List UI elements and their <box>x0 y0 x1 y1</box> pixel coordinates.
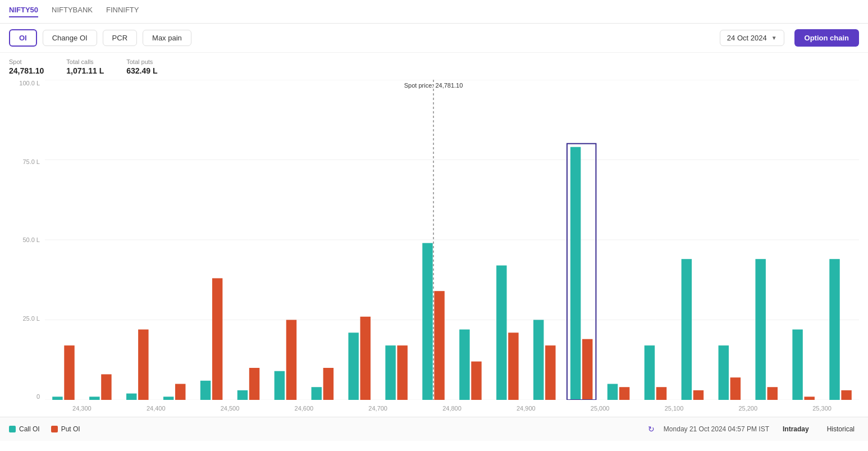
option-chain-button[interactable]: Option chain <box>794 29 859 47</box>
chart-area: 100.0 L 75.0 L 50.0 L 25.0 L 0 24,30024,… <box>0 80 868 417</box>
top-nav: NIFTY50 NIFTYBANK FINNIFTY <box>0 0 868 24</box>
x-label: 24,800 <box>442 405 462 412</box>
put-oi-dot <box>51 426 58 432</box>
bar-chart <box>45 80 859 400</box>
legend-put-oi: Put OI <box>51 425 80 433</box>
total-calls-label: Total calls <box>66 58 104 65</box>
footer: Call OI Put OI ↻ Monday 21 Oct 2024 04:5… <box>0 417 868 441</box>
x-label: 24,700 <box>368 405 387 412</box>
y-label-50: 50.0 L <box>9 236 40 243</box>
total-puts-label: Total puts <box>126 58 157 65</box>
footer-right: ↻ Monday 21 Oct 2024 04:57 PM IST Intrad… <box>648 423 859 435</box>
total-puts-value: 632.49 L <box>126 66 157 75</box>
x-label: 24,500 <box>221 405 240 412</box>
chevron-down-icon: ▼ <box>771 35 777 41</box>
toolbar: OI Change OI PCR Max pain 24 Oct 2024 ▼ … <box>0 24 868 53</box>
x-label: 24,400 <box>147 405 166 412</box>
y-label-0: 0 <box>9 393 40 400</box>
spot-label: Spot <box>9 58 44 65</box>
oi-button[interactable]: OI <box>9 29 37 47</box>
nav-tab-nifty50[interactable]: NIFTY50 <box>9 6 38 17</box>
x-label: 25,300 <box>812 405 832 412</box>
legend-call-oi: Call OI <box>9 425 40 433</box>
stat-total-puts: Total puts 632.49 L <box>126 58 157 75</box>
x-label: 25,200 <box>738 405 757 412</box>
stat-spot: Spot 24,781.10 <box>9 58 44 75</box>
nav-tab-finnifty[interactable]: FINNIFTY <box>106 6 139 17</box>
stat-total-calls: Total calls 1,071.11 L <box>66 58 104 75</box>
refresh-icon[interactable]: ↻ <box>648 425 655 434</box>
date-label: 24 Oct 2024 <box>727 34 767 42</box>
date-selector[interactable]: 24 Oct 2024 ▼ <box>720 30 784 46</box>
stats-bar: Spot 24,781.10 Total calls 1,071.11 L To… <box>0 53 868 80</box>
x-label: 25,000 <box>591 405 610 412</box>
y-label-75: 75.0 L <box>9 158 40 165</box>
x-label: 24,900 <box>517 405 536 412</box>
put-oi-label: Put OI <box>61 425 80 433</box>
max-pain-button[interactable]: Max pain <box>143 30 191 46</box>
y-axis: 100.0 L 75.0 L 50.0 L 25.0 L 0 <box>9 80 40 400</box>
pcr-button[interactable]: PCR <box>103 30 137 46</box>
nav-tab-niftybank[interactable]: NIFTYBANK <box>52 6 93 17</box>
call-oi-dot <box>9 426 16 432</box>
call-oi-label: Call OI <box>19 425 40 433</box>
x-label: 24,300 <box>72 405 92 412</box>
timestamp-label: Monday 21 Oct 2024 04:57 PM IST <box>664 425 769 433</box>
y-label-25: 25.0 L <box>9 315 40 322</box>
y-label-100: 100.0 L <box>9 80 40 86</box>
historical-tab[interactable]: Historical <box>823 423 859 435</box>
change-oi-button[interactable]: Change OI <box>43 30 97 46</box>
x-label: 24,600 <box>295 405 314 412</box>
total-calls-value: 1,071.11 L <box>66 66 104 75</box>
intraday-tab[interactable]: Intraday <box>778 423 814 435</box>
spot-value: 24,781.10 <box>9 66 44 75</box>
x-label: 25,100 <box>665 405 684 412</box>
legend: Call OI Put OI <box>9 425 80 433</box>
